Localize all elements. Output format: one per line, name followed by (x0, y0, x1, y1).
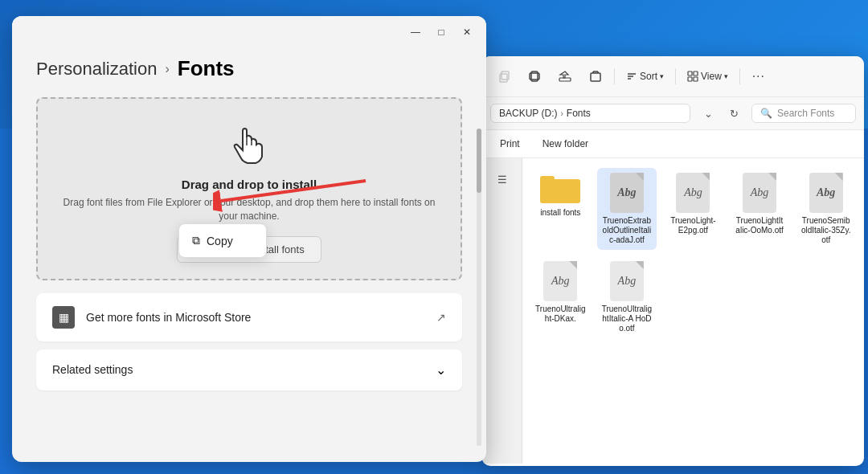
more-options-button[interactable]: ··· (745, 63, 772, 90)
delete-toolbar-button[interactable] (582, 63, 609, 90)
folder-icon (540, 173, 580, 205)
new-folder-button[interactable]: New folder (533, 134, 598, 153)
file-grid-panel: install fonts Abg TruenoExtraboldOutline… (522, 158, 864, 464)
cut-icon (528, 70, 541, 83)
file-name: TruenoUltralight-DKax. (535, 304, 586, 324)
maximize-button[interactable]: □ (428, 19, 454, 45)
path-part2: Fonts (567, 108, 591, 119)
file-name: TruenoLight-E2pg.otf (668, 216, 719, 235)
settings-content: Personalization › Fonts Drag and drop to… (12, 48, 486, 407)
copy-to-icon (497, 70, 510, 83)
path-chevron-icon: › (560, 109, 563, 118)
list-item[interactable]: Abg TruenoExtraboldOutlineItalic-adaJ.ot… (597, 168, 657, 250)
share-toolbar-button[interactable] (551, 63, 579, 90)
file-grid: install fonts Abg TruenoExtraboldOutline… (522, 158, 864, 348)
print-button[interactable]: Print (490, 134, 530, 153)
view-button[interactable]: View ▾ (681, 63, 735, 90)
copy-menu-item[interactable]: ⧉ Copy (179, 227, 266, 254)
sort-icon (626, 71, 637, 82)
file-name: TruenoExtraboldOutlineItalic-adaJ.otf (602, 216, 653, 245)
font-file-icon: Abg (610, 173, 644, 213)
red-arrow-indicator (213, 173, 374, 216)
font-file-icon: Abg (809, 173, 843, 213)
svg-rect-19 (688, 77, 692, 81)
microsoft-store-link[interactable]: ▦ Get more fonts in Microsoft Store ↗ (36, 293, 462, 341)
list-item[interactable]: Abg TruenoLight-E2pg.otf (663, 168, 723, 250)
font-file-icon: Abg (543, 261, 577, 301)
close-button[interactable]: ✕ (454, 19, 480, 45)
font-file-icon: Abg (676, 173, 710, 213)
action-bar: Print New folder (482, 130, 864, 158)
settings-window: — □ ✕ Personalization › Fonts Drag and d… (12, 16, 486, 462)
list-item[interactable]: Abg TruenoLightItalic-OoMo.otf (730, 168, 790, 250)
breadcrumb-separator: › (165, 62, 169, 76)
view-label: View (701, 71, 722, 82)
list-item[interactable]: Abg TruenoUltralightItalic-A HoDo.otf (597, 256, 657, 338)
chevron-down-icon: ⌄ (436, 362, 446, 378)
explorer-toolbar: Sort ▾ View ▾ ··· (482, 56, 864, 97)
store-icon: ▦ (52, 306, 75, 329)
address-actions: ⌄ ↻ (697, 102, 745, 125)
path-dropdown-button[interactable]: ⌄ (697, 102, 719, 125)
path-part1: BACKUP (D:) (499, 108, 557, 119)
store-icon-symbol: ▦ (59, 311, 69, 324)
nav-item-1[interactable]: ☰ (488, 165, 517, 194)
search-box[interactable]: 🔍 Search Fonts (751, 104, 856, 123)
svg-rect-10 (591, 73, 600, 81)
breadcrumb-current: Fonts (178, 56, 235, 81)
svg-line-4 (221, 181, 366, 201)
hand-cursor-icon (225, 123, 273, 171)
svg-rect-9 (559, 78, 571, 81)
view-chevron-icon: ▾ (724, 72, 728, 80)
toolbar-separator-1 (614, 68, 615, 84)
search-placeholder: Search Fonts (777, 108, 834, 119)
file-name: install fonts (540, 208, 580, 218)
svg-rect-17 (688, 72, 692, 76)
copy-icon: ⧉ (192, 234, 200, 247)
list-item[interactable]: install fonts (530, 168, 591, 250)
explorer-layout: ☰ install fonts Abg (482, 158, 864, 464)
toolbar-separator-2 (675, 68, 676, 84)
sort-button[interactable]: Sort ▾ (620, 63, 670, 90)
share-icon (559, 70, 571, 83)
list-item[interactable]: Abg TruenoUltralight-DKax. (530, 256, 591, 338)
search-icon: 🔍 (760, 108, 772, 119)
external-link-icon: ↗ (436, 311, 446, 324)
file-name: TruenoLightItalic-OoMo.otf (735, 216, 785, 235)
breadcrumb: Personalization › Fonts (36, 56, 462, 81)
delete-icon (589, 70, 602, 83)
file-name: TruenoSemiboldItalic-35Zy.otf (800, 216, 851, 245)
list-item[interactable]: Abg TruenoSemiboldItalic-35Zy.otf (796, 168, 856, 250)
refresh-button[interactable]: ↻ (723, 102, 745, 125)
view-icon (687, 71, 698, 82)
scrollbar-thumb[interactable] (477, 129, 481, 193)
file-name: TruenoUltralightItalic-A HoDo.otf (602, 304, 653, 333)
sort-chevron-icon: ▾ (660, 72, 664, 80)
copy-label: Copy (207, 235, 233, 247)
cut-toolbar-button[interactable] (521, 63, 548, 90)
dropdown-chevron-icon: ⌄ (704, 108, 713, 120)
refresh-icon: ↻ (730, 108, 739, 120)
svg-rect-20 (694, 77, 698, 81)
copy-to-toolbar-button[interactable] (490, 63, 518, 90)
context-menu: ⧉ Copy (178, 223, 267, 258)
left-panel: ☰ (482, 158, 522, 464)
nav-icon-1: ☰ (497, 174, 507, 186)
related-settings[interactable]: Related settings ⌄ (36, 349, 462, 390)
sort-label: Sort (640, 71, 657, 82)
titlebar: — □ ✕ (12, 16, 486, 48)
breadcrumb-parent[interactable]: Personalization (36, 59, 157, 80)
address-bar: BACKUP (D:) › Fonts ⌄ ↻ 🔍 Search Fonts (482, 97, 864, 130)
address-path[interactable]: BACKUP (D:) › Fonts (490, 104, 690, 123)
font-file-icon: Abg (743, 173, 776, 213)
scrollbar[interactable] (477, 129, 481, 446)
related-settings-label: Related settings (52, 363, 133, 376)
minimize-button[interactable]: — (403, 19, 428, 45)
svg-rect-22 (540, 176, 555, 184)
store-text: Get more fonts in Microsoft Store (86, 311, 425, 324)
toolbar-separator-3 (739, 68, 740, 84)
font-file-icon: Abg (610, 261, 644, 301)
svg-rect-18 (694, 72, 698, 76)
file-explorer-window: Sort ▾ View ▾ ··· BACKUP (D:) › Fonts (482, 56, 864, 466)
more-icon: ··· (752, 69, 765, 84)
